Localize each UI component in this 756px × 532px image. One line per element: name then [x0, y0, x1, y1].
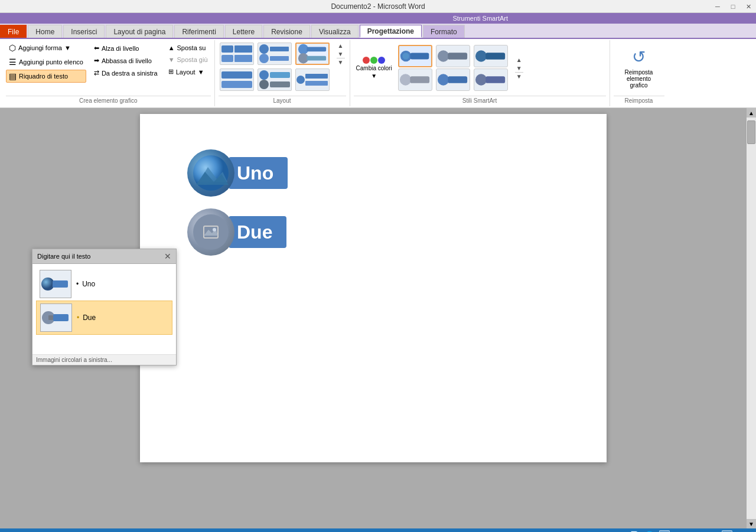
layout-dropdown-icon: ▼ — [198, 68, 204, 76]
svg-rect-33 — [485, 76, 505, 83]
scroll-thumb[interactable] — [747, 120, 755, 144]
layout-btn[interactable]: ⊞ Layout ▼ — [165, 66, 211, 77]
style-thumb-5[interactable] — [436, 68, 470, 91]
scroll-more-button[interactable]: ▼ — [337, 58, 345, 66]
scroll-top-button[interactable]: ▲ — [747, 108, 756, 118]
layout-thumb-1[interactable] — [220, 43, 254, 65]
scroll-bottom-button[interactable]: ▼ — [747, 519, 756, 528]
svg-point-23 — [402, 53, 409, 59]
svg-point-45 — [213, 228, 216, 231]
abbassa-livello-button[interactable]: ➡ Abbassa di livello — [91, 55, 161, 66]
reimposta-elemento-button[interactable]: ↺ Reimposta elemento grafico — [614, 45, 664, 91]
reimposta-icon: ↺ — [632, 47, 646, 67]
abbassa-livello-icon: ➡ — [94, 57, 99, 64]
text-pane-content: • Uno • Due — [32, 264, 176, 344]
styles-scroll-buttons: ▲ ▼ ▼ — [514, 56, 524, 80]
item-1-bullet: • Uno — [76, 280, 95, 288]
svg-rect-37 — [48, 315, 53, 320]
svg-point-28 — [400, 74, 411, 85]
group-layout-label: Layout — [219, 96, 346, 105]
riquadro-testo-button[interactable]: ▤ Riquadro di testo — [6, 70, 86, 83]
document-page: Uno Due — [140, 114, 607, 462]
svg-rect-1 — [234, 45, 252, 53]
riquadro-testo-icon: ▤ — [9, 71, 17, 81]
text-pane-close-button[interactable]: ✕ — [164, 252, 171, 261]
layout-thumb-4[interactable] — [220, 68, 254, 91]
tab-revisione[interactable]: Revisione — [263, 25, 310, 38]
styles-scroll-down[interactable]: ▼ — [515, 64, 523, 72]
style-thumb-2[interactable] — [436, 45, 470, 67]
sposta-giu-button[interactable]: ▼ Sposta giù — [165, 54, 211, 65]
tab-file[interactable]: File — [0, 25, 27, 38]
sposta-giu-icon: ▼ — [168, 56, 175, 63]
tab-formato[interactable]: Formato — [423, 25, 465, 38]
svg-rect-2 — [221, 55, 233, 62]
tab-layout-pagina[interactable]: Layout di pagina — [106, 25, 173, 38]
svg-rect-15 — [270, 72, 290, 78]
smartart-circle-2 — [187, 208, 234, 256]
document-area: Digitare qui il testo ✕ — [0, 108, 747, 528]
da-destra-button[interactable]: ⇄ Da destra a sinistra — [91, 67, 161, 79]
text-pane-item-1[interactable]: • Uno — [36, 267, 172, 301]
dropdown-icon: ▼ — [64, 44, 71, 51]
svg-point-26 — [475, 50, 487, 61]
svg-rect-20 — [305, 81, 328, 86]
aggiungi-punto-button[interactable]: ☰ Aggiungi punto elenco — [6, 56, 86, 68]
tab-home[interactable]: Home — [28, 25, 62, 38]
svg-rect-27 — [485, 53, 505, 60]
svg-rect-31 — [448, 76, 467, 83]
layout-thumb-2[interactable] — [258, 43, 292, 65]
alza-livello-icon: ⬅ — [94, 44, 99, 52]
aggiungi-forma-icon: ⬡ — [9, 43, 16, 53]
layout-thumb-3[interactable] — [295, 43, 330, 65]
svg-point-24 — [438, 50, 449, 61]
sposta-su-button[interactable]: ▲ Sposta su — [165, 43, 211, 53]
svg-rect-22 — [410, 53, 429, 59]
tab-inserisci[interactable]: Inserisci — [63, 25, 105, 38]
text-pane-header: Digitare qui il testo ✕ — [32, 249, 176, 264]
svg-point-32 — [475, 74, 487, 85]
styles-scroll-up[interactable]: ▲ — [515, 56, 523, 64]
maximize-button[interactable]: □ — [725, 0, 741, 13]
text-pane-title: Digitare qui il testo — [37, 253, 91, 260]
svg-rect-9 — [307, 47, 326, 51]
tab-progettazione[interactable]: Progettazione — [360, 25, 422, 38]
cambia-colori-button[interactable]: Cambia colori ▼ — [354, 54, 395, 81]
scroll-up-button[interactable]: ▲ — [337, 41, 345, 50]
layout-thumb-6[interactable] — [295, 68, 330, 91]
text-pane-item-2[interactable]: • Due — [36, 301, 172, 335]
smartart-text-1: Uno — [237, 162, 273, 184]
text-pane-footer: Immagini circolari a sinistra... — [32, 354, 176, 365]
smartart-text-2: Due — [237, 221, 272, 243]
right-scrollbar: ▲ ▼ — [747, 108, 756, 528]
svg-point-6 — [259, 54, 269, 63]
group-reimposta: ↺ Reimposta elemento grafico Reimposta — [610, 40, 668, 106]
svg-rect-35 — [53, 280, 68, 288]
close-button[interactable]: ✕ — [741, 0, 756, 13]
smartart-row-1: Uno — [187, 149, 288, 197]
svg-rect-17 — [270, 81, 290, 87]
text-pane: Digitare qui il testo ✕ — [32, 249, 177, 365]
scroll-down-button[interactable]: ▼ — [337, 50, 345, 58]
title-bar: Documento2 - Microsoft Word ─ □ ✕ — [0, 0, 756, 13]
style-thumb-1[interactable] — [398, 45, 432, 67]
svg-point-4 — [259, 44, 269, 54]
group-layout: ▲ ▼ ▼ Layout — [215, 40, 350, 106]
smartart-graphic[interactable]: Uno Due — [187, 149, 288, 256]
cambia-colori-dropdown: ▼ — [371, 73, 377, 79]
tab-riferimenti[interactable]: Riferimenti — [174, 25, 223, 38]
layout-thumb-5[interactable] — [258, 68, 292, 91]
tab-lettere[interactable]: Lettere — [225, 25, 262, 38]
style-thumb-4[interactable] — [398, 68, 432, 91]
style-thumb-3[interactable] — [474, 45, 508, 67]
svg-rect-0 — [221, 45, 233, 53]
smartart-row-2: Due — [187, 208, 288, 256]
aggiungi-forma-button[interactable]: ⬡ Aggiungi forma ▼ — [6, 41, 86, 54]
tab-visualizza[interactable]: Visualizza — [311, 25, 359, 38]
styles-scroll-more[interactable]: ▼ — [515, 72, 523, 80]
style-thumb-6[interactable] — [474, 68, 508, 91]
minimize-button[interactable]: ─ — [710, 0, 725, 13]
alza-livello-button[interactable]: ⬅ Alza di livello — [91, 43, 161, 54]
svg-rect-12 — [221, 71, 252, 79]
group-reimposta-label: Reimposta — [614, 96, 664, 105]
